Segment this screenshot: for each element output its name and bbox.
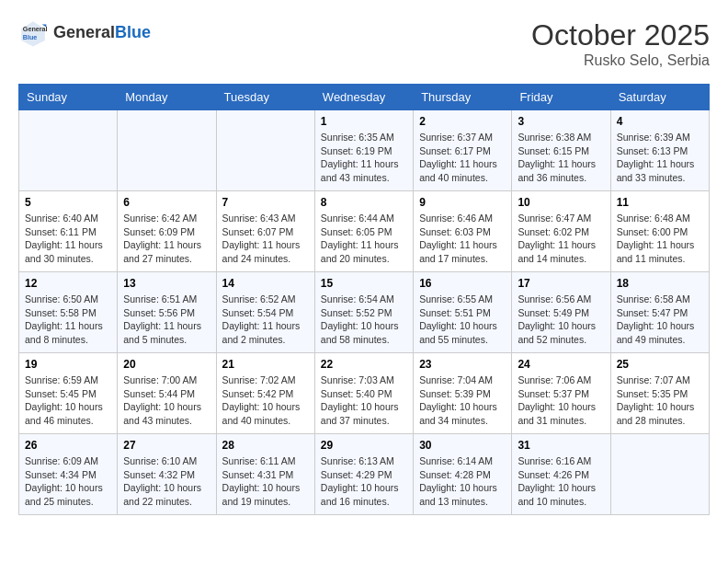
day-number: 5: [25, 196, 111, 209]
calendar-day-cell: 17Sunrise: 6:56 AM Sunset: 5:49 PM Dayli…: [512, 272, 610, 353]
weekday-header: Thursday: [414, 85, 512, 110]
day-number: 12: [25, 277, 111, 290]
day-number: 8: [321, 196, 407, 209]
calendar-day-cell: [216, 110, 314, 191]
day-number: 28: [222, 439, 309, 452]
weekday-header: Wednesday: [314, 85, 413, 110]
calendar-day-cell: 2Sunrise: 6:37 AM Sunset: 6:17 PM Daylig…: [414, 110, 512, 191]
logo-general-text: General: [53, 23, 115, 41]
day-number: 7: [222, 196, 309, 209]
day-info: Sunrise: 6:47 AM Sunset: 6:02 PM Dayligh…: [518, 212, 604, 266]
calendar-day-cell: 11Sunrise: 6:48 AM Sunset: 6:00 PM Dayli…: [610, 191, 709, 272]
day-number: 26: [25, 439, 111, 452]
day-number: 16: [419, 277, 506, 290]
weekday-header: Friday: [512, 85, 610, 110]
day-number: 4: [617, 115, 703, 128]
day-number: 9: [419, 196, 506, 209]
calendar-table: SundayMondayTuesdayWednesdayThursdayFrid…: [18, 84, 710, 515]
day-number: 19: [25, 358, 111, 371]
calendar-day-cell: 29Sunrise: 6:13 AM Sunset: 4:29 PM Dayli…: [314, 434, 413, 515]
calendar-day-cell: 9Sunrise: 6:46 AM Sunset: 6:03 PM Daylig…: [414, 191, 512, 272]
day-number: 27: [123, 439, 210, 452]
calendar-day-cell: 25Sunrise: 7:07 AM Sunset: 5:35 PM Dayli…: [610, 353, 709, 434]
day-number: 25: [617, 358, 703, 371]
month-title: October 2025: [531, 18, 710, 52]
calendar-day-cell: [610, 434, 709, 515]
day-number: 23: [419, 358, 506, 371]
day-number: 14: [222, 277, 309, 290]
day-info: Sunrise: 6:50 AM Sunset: 5:58 PM Dayligh…: [25, 293, 111, 347]
day-info: Sunrise: 6:46 AM Sunset: 6:03 PM Dayligh…: [419, 212, 506, 266]
calendar-day-cell: 3Sunrise: 6:38 AM Sunset: 6:15 PM Daylig…: [512, 110, 610, 191]
calendar-day-cell: 26Sunrise: 6:09 AM Sunset: 4:34 PM Dayli…: [19, 434, 118, 515]
day-number: 10: [518, 196, 604, 209]
location: Rusko Selo, Serbia: [531, 52, 710, 69]
day-info: Sunrise: 6:44 AM Sunset: 6:05 PM Dayligh…: [321, 212, 407, 266]
calendar-week-row: 5Sunrise: 6:40 AM Sunset: 6:11 PM Daylig…: [19, 191, 710, 272]
day-info: Sunrise: 6:42 AM Sunset: 6:09 PM Dayligh…: [123, 212, 210, 266]
day-number: 1: [321, 115, 407, 128]
day-info: Sunrise: 6:58 AM Sunset: 5:47 PM Dayligh…: [617, 293, 703, 347]
calendar-day-cell: 8Sunrise: 6:44 AM Sunset: 6:05 PM Daylig…: [314, 191, 413, 272]
logo-icon: General Blue: [18, 18, 48, 48]
day-info: Sunrise: 6:48 AM Sunset: 6:00 PM Dayligh…: [617, 212, 703, 266]
day-info: Sunrise: 7:07 AM Sunset: 5:35 PM Dayligh…: [617, 373, 703, 428]
day-info: Sunrise: 6:40 AM Sunset: 6:11 PM Dayligh…: [25, 212, 111, 266]
day-number: 18: [617, 277, 703, 290]
day-info: Sunrise: 6:11 AM Sunset: 4:31 PM Dayligh…: [222, 454, 309, 509]
day-info: Sunrise: 6:56 AM Sunset: 5:49 PM Dayligh…: [518, 293, 604, 347]
day-info: Sunrise: 6:35 AM Sunset: 6:19 PM Dayligh…: [321, 131, 407, 185]
day-info: Sunrise: 6:38 AM Sunset: 6:15 PM Dayligh…: [518, 131, 604, 185]
day-number: 22: [321, 358, 407, 371]
calendar-day-cell: 18Sunrise: 6:58 AM Sunset: 5:47 PM Dayli…: [610, 272, 709, 353]
logo: General Blue GeneralBlue: [18, 18, 151, 48]
day-info: Sunrise: 6:59 AM Sunset: 5:45 PM Dayligh…: [25, 373, 111, 428]
day-info: Sunrise: 7:00 AM Sunset: 5:44 PM Dayligh…: [123, 373, 210, 428]
day-info: Sunrise: 6:10 AM Sunset: 4:32 PM Dayligh…: [123, 454, 210, 509]
calendar-day-cell: 1Sunrise: 6:35 AM Sunset: 6:19 PM Daylig…: [314, 110, 413, 191]
calendar-week-row: 1Sunrise: 6:35 AM Sunset: 6:19 PM Daylig…: [19, 110, 710, 191]
weekday-header: Sunday: [19, 85, 118, 110]
day-info: Sunrise: 6:37 AM Sunset: 6:17 PM Dayligh…: [419, 131, 506, 185]
calendar-header-row: SundayMondayTuesdayWednesdayThursdayFrid…: [19, 85, 710, 110]
day-number: 3: [518, 115, 604, 128]
day-info: Sunrise: 6:09 AM Sunset: 4:34 PM Dayligh…: [25, 454, 111, 509]
day-info: Sunrise: 6:13 AM Sunset: 4:29 PM Dayligh…: [321, 454, 407, 509]
calendar-day-cell: 5Sunrise: 6:40 AM Sunset: 6:11 PM Daylig…: [19, 191, 118, 272]
day-number: 15: [321, 277, 407, 290]
calendar-day-cell: 19Sunrise: 6:59 AM Sunset: 5:45 PM Dayli…: [19, 353, 118, 434]
day-number: 29: [321, 439, 407, 452]
weekday-header: Monday: [118, 85, 216, 110]
day-number: 11: [617, 196, 703, 209]
day-number: 6: [123, 196, 210, 209]
calendar-week-row: 12Sunrise: 6:50 AM Sunset: 5:58 PM Dayli…: [19, 272, 710, 353]
calendar-week-row: 19Sunrise: 6:59 AM Sunset: 5:45 PM Dayli…: [19, 353, 710, 434]
svg-text:Blue: Blue: [23, 33, 38, 41]
calendar-day-cell: 20Sunrise: 7:00 AM Sunset: 5:44 PM Dayli…: [118, 353, 216, 434]
calendar-day-cell: 4Sunrise: 6:39 AM Sunset: 6:13 PM Daylig…: [610, 110, 709, 191]
day-info: Sunrise: 6:51 AM Sunset: 5:56 PM Dayligh…: [123, 293, 210, 347]
day-number: 2: [419, 115, 506, 128]
calendar-day-cell: 16Sunrise: 6:55 AM Sunset: 5:51 PM Dayli…: [414, 272, 512, 353]
calendar-day-cell: 15Sunrise: 6:54 AM Sunset: 5:52 PM Dayli…: [314, 272, 413, 353]
day-number: 24: [518, 358, 604, 371]
calendar-day-cell: 10Sunrise: 6:47 AM Sunset: 6:02 PM Dayli…: [512, 191, 610, 272]
day-info: Sunrise: 7:06 AM Sunset: 5:37 PM Dayligh…: [518, 373, 604, 428]
day-number: 20: [123, 358, 210, 371]
svg-text:General: General: [23, 25, 48, 33]
calendar-day-cell: 30Sunrise: 6:14 AM Sunset: 4:28 PM Dayli…: [414, 434, 512, 515]
calendar-day-cell: 23Sunrise: 7:04 AM Sunset: 5:39 PM Dayli…: [414, 353, 512, 434]
calendar-day-cell: 12Sunrise: 6:50 AM Sunset: 5:58 PM Dayli…: [19, 272, 118, 353]
calendar-day-cell: 27Sunrise: 6:10 AM Sunset: 4:32 PM Dayli…: [118, 434, 216, 515]
day-info: Sunrise: 6:14 AM Sunset: 4:28 PM Dayligh…: [419, 454, 506, 509]
calendar-day-cell: 7Sunrise: 6:43 AM Sunset: 6:07 PM Daylig…: [216, 191, 314, 272]
calendar-day-cell: [118, 110, 216, 191]
day-info: Sunrise: 6:39 AM Sunset: 6:13 PM Dayligh…: [617, 131, 703, 185]
calendar-day-cell: 24Sunrise: 7:06 AM Sunset: 5:37 PM Dayli…: [512, 353, 610, 434]
title-block: October 2025 Rusko Selo, Serbia: [531, 18, 710, 69]
day-number: 30: [419, 439, 506, 452]
day-info: Sunrise: 7:02 AM Sunset: 5:42 PM Dayligh…: [222, 373, 309, 428]
calendar-day-cell: 21Sunrise: 7:02 AM Sunset: 5:42 PM Dayli…: [216, 353, 314, 434]
weekday-header: Tuesday: [216, 85, 314, 110]
calendar-day-cell: 31Sunrise: 6:16 AM Sunset: 4:26 PM Dayli…: [512, 434, 610, 515]
